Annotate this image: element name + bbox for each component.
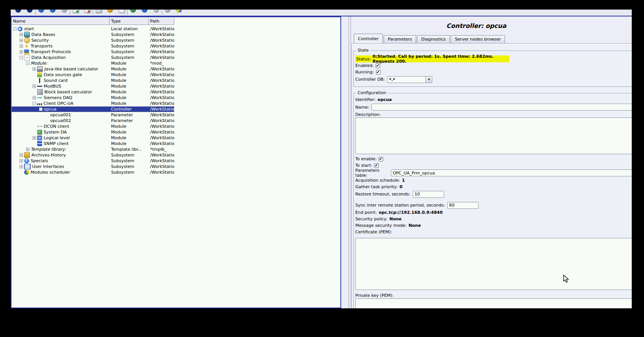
sync-period-input[interactable] [447, 202, 479, 209]
tree-item-label: Sound card [44, 78, 67, 83]
controller-db-select[interactable]: *.* ▼ [387, 76, 432, 83]
tree-row-module-[interactable]: -Module:Module*mod_ [11, 60, 340, 66]
tree-cell-type: Subsystem [110, 152, 149, 158]
toolbar-icon[interactable] [142, 10, 147, 13]
toolbar-icon[interactable] [119, 10, 125, 13]
expand-icon[interactable]: + [33, 136, 36, 140]
parameters-table-input[interactable] [391, 169, 632, 176]
chevron-down-icon[interactable]: ▼ [425, 77, 432, 83]
collapse-icon[interactable]: - [39, 107, 42, 111]
message-security-value: None [409, 223, 421, 228]
tree-row-specials[interactable]: +?SpecialsSubsystem/WorkStation... [11, 158, 340, 164]
tree-row-logical-level[interactable]: +⇄Logical levelModule/WorkStation... [11, 135, 340, 141]
system-da-icon [37, 130, 42, 135]
tab-controller[interactable]: Controller [354, 34, 383, 43]
running-checkbox[interactable] [376, 70, 381, 75]
expand-icon[interactable]: + [26, 148, 29, 151]
tree-row-opcua001[interactable]: opcua001Parameter/WorkStation... [11, 112, 340, 118]
tree-row-block-based-calculator[interactable]: Block based calculatorModule/WorkStation… [11, 89, 340, 95]
toolbar-icon[interactable] [50, 10, 56, 13]
tree-cell-type: Subsystem [110, 169, 149, 175]
tree-cell-type: Subsystem [110, 164, 149, 169]
collapse-icon[interactable]: - [13, 27, 16, 31]
tree-cell-path: *mod_ [149, 60, 174, 66]
tree-row-data-sources-gate[interactable]: Data sources gateModule/WorkStation... [11, 72, 340, 78]
name-row: Name: [355, 103, 632, 111]
tree-cell-type: Subsystem [110, 55, 149, 60]
to-start-checkbox[interactable] [374, 163, 379, 168]
tree-cell-type: Parameter [110, 112, 149, 118]
tree-row-data-bases[interactable]: +Data BasesSubsystem/WorkStation... [11, 32, 340, 37]
to-enable-checkbox[interactable] [379, 157, 383, 161]
expand-icon[interactable]: + [33, 85, 36, 88]
enabled-checkbox[interactable] [376, 63, 380, 68]
toolbar-icon[interactable] [96, 10, 102, 13]
private-key-label: Private key (PEM): [355, 293, 394, 298]
tree-column-name[interactable]: Name [11, 17, 110, 25]
tree-row-data-acquisition[interactable]: -~Data AcquisitionSubsystem/WorkStation.… [11, 55, 340, 60]
toolbar-icon[interactable] [107, 10, 113, 13]
siemens-daq-icon: SIEMENS [37, 95, 42, 100]
private-key-textarea[interactable] [355, 298, 632, 308]
tab-server-nodes-browser[interactable]: Server nodes browser [451, 35, 505, 43]
expand-icon[interactable]: + [20, 44, 23, 48]
toolbar-icon[interactable] [84, 10, 91, 13]
tree-row-dcon-client[interactable]: DCONDCON clientModule/WorkStation... [11, 124, 340, 129]
name-input[interactable] [371, 104, 632, 111]
tree-item-label: Module: [31, 61, 47, 66]
tree-row-user-interfaces[interactable]: +User InterfacesSubsystem/WorkStation... [11, 164, 340, 169]
tree-row-siemens-daq[interactable]: +SIEMENSSiemens DAQModule/WorkStation... [11, 95, 340, 101]
toolbar-icon[interactable] [176, 10, 182, 13]
tree-row-security[interactable]: +SecuritySubsystem/WorkStation... [11, 37, 340, 43]
tree-row-sound-card[interactable]: Sound cardModule/WorkStation... [11, 78, 340, 83]
name-label: Name: [355, 105, 369, 110]
tree-row-start[interactable]: -▶startLocal station/WorkStation [11, 26, 340, 32]
toolbar-icon[interactable] [73, 10, 79, 13]
expand-icon[interactable]: + [20, 153, 23, 157]
tree-row-modules-scheduler[interactable]: Modules schedulerSubsystem/WorkStation..… [11, 169, 340, 175]
expand-icon[interactable]: + [33, 67, 36, 71]
expand-icon[interactable]: + [20, 50, 23, 54]
expand-icon[interactable]: + [20, 159, 23, 163]
tree-row-opcua002[interactable]: opcua002Parameter/WorkStation... [11, 118, 340, 124]
tree-row-transport-protocols[interactable]: +Transport ProtocolsSubsystem/WorkStatio… [11, 49, 340, 55]
expand-icon[interactable]: + [20, 165, 23, 168]
description-textarea[interactable] [355, 117, 632, 154]
toolbar-icon[interactable] [165, 10, 170, 13]
tree-column-type[interactable]: Type [110, 17, 149, 25]
tree-row-client-opc-ua[interactable]: -Client OPC-UAModule/WorkStation... [11, 101, 340, 106]
collapse-icon[interactable]: - [26, 62, 29, 65]
toolbar-icon[interactable] [15, 10, 21, 13]
restore-timeout-input[interactable] [413, 191, 444, 198]
tree-row-archives-history[interactable]: +Archives-HistorySubsystem/WorkStation..… [11, 152, 340, 158]
tree-rows: -▶startLocal station/WorkStation+Data Ba… [11, 26, 340, 175]
tree-cell-type: Subsystem [110, 49, 149, 55]
collapse-icon[interactable]: - [33, 102, 36, 105]
tab-diagnostics[interactable]: Diagnostics [417, 35, 450, 43]
tree-row-template-library-[interactable]: +Template library:Template libr...*tmplb… [11, 147, 340, 152]
toolbar-icon[interactable] [130, 10, 136, 13]
toolbar-icon[interactable] [153, 10, 159, 13]
tree-row-opcua[interactable]: -opcuaController/WorkStation... [11, 106, 174, 112]
toolbar-icon[interactable] [38, 10, 44, 13]
tree-row-snmp-client[interactable]: SNMPSNMP clientModule/WorkStation... [11, 141, 340, 147]
tree-row-java-like-based-calculator[interactable]: +Java-like based calculatorModule/WorkSt… [11, 66, 340, 72]
tree-cell-path: /WorkStation... [149, 164, 174, 169]
tree-column-path[interactable]: Path [149, 17, 174, 25]
toolbar-icon[interactable] [61, 10, 67, 13]
collapse-icon[interactable]: - [20, 56, 23, 59]
tree-row-modbus[interactable]: +ModBUSModule/WorkStation... [11, 83, 340, 89]
tree-row-transports[interactable]: +TransportsSubsystem/WorkStation... [11, 43, 340, 49]
modules-scheduler-icon [24, 170, 29, 175]
expand-icon[interactable]: + [20, 39, 23, 42]
acquisition-schedule-value: 1 [402, 178, 405, 183]
certificate-textarea[interactable] [355, 238, 632, 290]
tree-item-label: Archives-History [31, 153, 66, 158]
expand-icon[interactable]: + [20, 33, 23, 36]
tab-parameters[interactable]: Parameters [384, 35, 416, 43]
tree-row-system-da[interactable]: System DAModule/WorkStation... [11, 129, 340, 135]
expand-icon[interactable]: + [33, 96, 36, 99]
end-point-value: opc.tcp://192.168.0.9:4840 [379, 210, 443, 215]
panel-splitter[interactable] [348, 16, 351, 308]
toolbar-icon[interactable] [27, 10, 33, 13]
